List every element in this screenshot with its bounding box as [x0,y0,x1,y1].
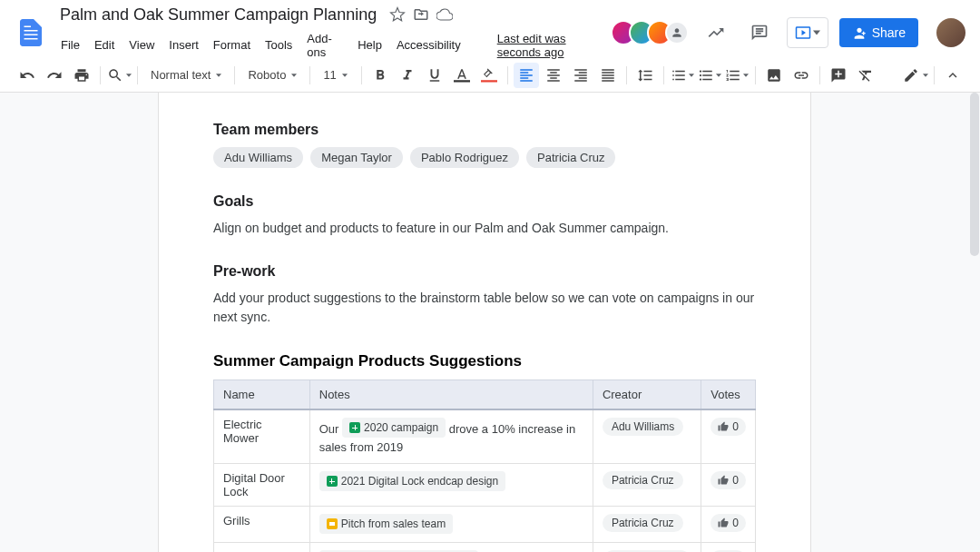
menu-view[interactable]: View [122,34,161,55]
menu-tools[interactable]: Tools [259,34,299,55]
canvas[interactable]: Team members Adu WilliamsMegan TaylorPab… [0,93,969,552]
activity-icon[interactable] [700,16,732,49]
align-center-button[interactable] [541,63,566,88]
person-chip[interactable]: Patricia Cruz [603,514,683,532]
goals-text: Align on budget and products to feature … [213,219,756,238]
bold-button[interactable] [368,63,393,88]
font-select[interactable]: Roboto [240,63,304,88]
person-chip[interactable]: Patricia Cruz [603,471,683,489]
cloud-status-icon[interactable] [436,6,453,23]
editing-mode-button[interactable] [903,63,928,88]
line-spacing-button[interactable] [632,63,658,88]
table-row: GrillsPitch from sales teamPatricia Cruz… [214,507,756,543]
person-chip[interactable]: Pablo Rodriguez [410,147,519,168]
underline-button[interactable] [422,63,447,88]
menu-addons[interactable]: Add-ons [300,28,349,63]
file-chip[interactable]: 2020 campaign [342,418,446,438]
last-edit-link[interactable]: Last edit was seconds ago [491,28,618,63]
vote-chip[interactable]: 0 [710,514,746,532]
share-label: Share [872,25,906,40]
style-select[interactable]: Normal text [143,63,229,88]
sheets-icon [327,476,338,487]
table-header: Notes [309,380,593,410]
document-page[interactable]: Team members Adu WilliamsMegan TaylorPab… [158,93,811,552]
checklist-button[interactable] [670,63,695,88]
menubar: File Edit View Insert Format Tools Add-o… [54,28,618,63]
align-left-button[interactable] [514,63,539,88]
number-list-button[interactable] [724,63,750,88]
zoom-control[interactable] [106,63,132,88]
menu-accessibility[interactable]: Accessibility [390,34,467,55]
product-name: Patio Furniture [214,542,310,552]
person-chip[interactable]: Adu Williams [603,418,683,436]
table-row: Electric MowerOur 2020 campaign drove a … [214,409,756,464]
products-table: NameNotesCreatorVotes Electric MowerOur … [213,380,756,552]
product-name: Electric Mower [214,409,310,464]
align-justify-button[interactable] [595,63,621,88]
svg-rect-0 [454,80,470,82]
app-header: Palm and Oak Summer Campaign Planning Fi… [0,0,980,58]
redo-button[interactable] [42,63,67,88]
svg-rect-1 [481,80,497,82]
product-notes: Pitch from sales team [309,507,593,543]
products-heading: Summer Campaign Products Suggestions [213,352,756,370]
account-avatar[interactable] [936,18,965,47]
person-chip[interactable]: Patricia Cruz [526,147,615,168]
font-size-select[interactable]: 11 [316,63,356,88]
table-header: Votes [701,380,756,410]
undo-button[interactable] [15,63,40,88]
product-name: Digital Door Lock [214,464,310,507]
highlight-button[interactable] [476,63,502,88]
align-right-button[interactable] [568,63,593,88]
star-icon[interactable] [389,6,406,23]
team-heading: Team members [213,122,756,138]
menu-format[interactable]: Format [207,34,257,55]
doc-title[interactable]: Palm and Oak Summer Campaign Planning [54,4,382,26]
person-chip[interactable]: Megan Taylor [310,147,403,168]
table-header: Creator [593,380,701,410]
votes-cell: 0 [701,464,756,507]
add-comment-button[interactable] [826,63,851,88]
table-row: Patio FurnitureSummer Furniture features… [214,542,756,552]
table-row: Digital Door Lock2021 Digital Lock endca… [214,464,756,507]
bullet-list-button[interactable] [697,63,722,88]
toolbar: Normal text Roboto 11 [0,58,980,93]
file-chip[interactable]: Pitch from sales team [319,514,453,534]
present-button[interactable] [787,17,828,48]
clear-format-button[interactable] [853,63,878,88]
creator-cell: Pablo Rodriguez [593,542,701,552]
text-color-button[interactable] [449,63,475,88]
avatar-anonymous[interactable] [665,21,689,44]
docs-logo-icon[interactable] [15,16,47,49]
collaborator-avatars[interactable] [618,20,689,45]
votes-cell: 0 [701,542,756,552]
vote-chip[interactable]: 0 [710,418,746,436]
product-name: Grills [214,507,310,543]
file-chip[interactable]: 2021 Digital Lock endcap design [319,471,505,491]
scrollbar-thumb[interactable] [970,93,979,256]
insert-image-button[interactable] [761,63,787,88]
menu-edit[interactable]: Edit [88,34,121,55]
creator-cell: Adu Williams [593,409,701,464]
scrollbar[interactable] [969,93,980,552]
sheets-icon [349,422,360,433]
product-notes: Summer Furniture features [309,542,593,552]
votes-cell: 0 [701,409,756,464]
italic-button[interactable] [395,63,420,88]
votes-cell: 0 [701,507,756,543]
vote-chip[interactable]: 0 [710,471,746,489]
move-icon[interactable] [413,6,429,23]
menu-insert[interactable]: Insert [162,34,205,55]
menu-file[interactable]: File [54,34,86,55]
person-chip[interactable]: Adu Williams [213,147,303,168]
slides-icon [327,518,338,529]
print-button[interactable] [69,63,94,88]
comments-icon[interactable] [743,16,776,49]
menu-help[interactable]: Help [351,34,388,55]
insert-link-button[interactable] [789,63,814,88]
product-notes: Our 2020 campaign drove a 10% increase i… [309,409,593,464]
collapse-toolbar-button[interactable] [940,63,965,88]
creator-cell: Patricia Cruz [593,464,701,507]
goals-heading: Goals [213,193,756,210]
share-button[interactable]: Share [839,18,918,47]
